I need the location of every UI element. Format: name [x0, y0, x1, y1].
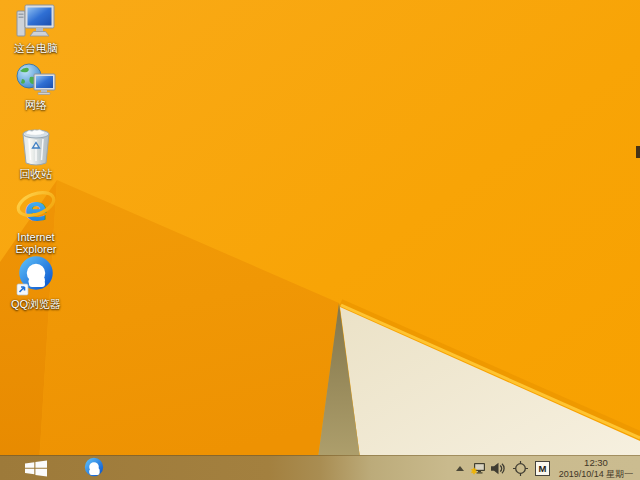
- ime-indicator[interactable]: M: [535, 461, 550, 476]
- clock-time: 12:30: [584, 458, 608, 469]
- desktop-icon-internet-explorer[interactable]: e Internet Explorer: [2, 189, 70, 255]
- qq-browser-icon: [16, 256, 56, 296]
- desktop-icon-qq-browser[interactable]: QQ浏览器: [2, 256, 70, 310]
- windows-logo-icon: [25, 460, 47, 477]
- icon-label: 回收站: [20, 168, 53, 180]
- system-tray: M 12:30 2019/10/14 星期一: [456, 456, 640, 480]
- this-pc-icon: [16, 4, 56, 40]
- right-edge-dark-mark: [636, 146, 640, 158]
- clock-date: 2019/10/14 星期一: [559, 469, 634, 479]
- wallpaper-image: [0, 0, 640, 480]
- internet-explorer-icon: e: [14, 189, 58, 229]
- icon-label: QQ浏览器: [11, 298, 61, 310]
- taskbar-qq-browser-button[interactable]: [79, 456, 109, 480]
- desktop-icon-network[interactable]: 网络: [2, 63, 70, 111]
- icon-label: Internet Explorer: [4, 231, 68, 255]
- desktop-icon-recycle-bin[interactable]: 回收站: [2, 126, 70, 180]
- crosshair-icon[interactable]: [513, 461, 528, 476]
- volume-icon[interactable]: [491, 462, 505, 475]
- taskbar: M 12:30 2019/10/14 星期一: [0, 455, 640, 480]
- network-status-icon[interactable]: [471, 462, 486, 475]
- recycle-bin-icon: [18, 126, 54, 166]
- desktop: 这台电脑 网络: [0, 0, 640, 480]
- hidden-icons-chevron-icon[interactable]: [456, 466, 464, 471]
- network-icon: [16, 63, 56, 97]
- start-button[interactable]: [0, 456, 57, 480]
- icon-label: 这台电脑: [14, 42, 58, 54]
- qq-browser-taskbar-icon: [83, 457, 105, 479]
- desktop-icon-this-pc[interactable]: 这台电脑: [2, 4, 70, 54]
- taskbar-clock[interactable]: 12:30 2019/10/14 星期一: [555, 458, 637, 479]
- icon-label: 网络: [25, 99, 47, 111]
